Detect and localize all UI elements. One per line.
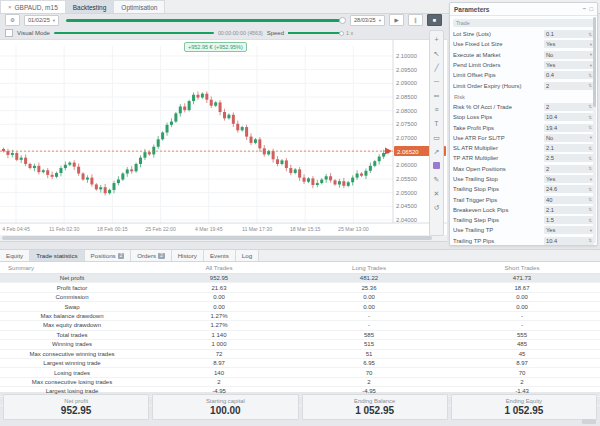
param-select[interactable]: Yes▾ — [544, 40, 594, 48]
table-cell: Largest winning trade — [0, 360, 144, 366]
param-select[interactable]: Yes▾ — [544, 175, 594, 183]
minimize-icon[interactable]: − — [583, 6, 587, 12]
scrollbar-thumb[interactable] — [2, 236, 432, 240]
arrow-icon[interactable]: ↗ — [430, 145, 443, 158]
candle — [139, 158, 142, 164]
param-select[interactable]: No▾ — [544, 51, 594, 59]
param-stepper[interactable]: 2⇅ — [544, 165, 594, 173]
speed-slider[interactable] — [288, 32, 342, 34]
slider-knob[interactable] — [339, 17, 346, 24]
tab-chart-gbpaud-m15[interactable]: × GBPAUD, m15 — [0, 0, 66, 13]
param-stepper[interactable]: 24.6⇅ — [544, 185, 594, 193]
resize-grip[interactable] — [582, 419, 596, 424]
chevron-down-icon[interactable]: ▾ — [590, 177, 592, 182]
tab-optimisation[interactable]: Optimisation — [114, 0, 165, 13]
end-date-picker[interactable]: 28/03/25 ▾ — [350, 15, 385, 26]
stepper-arrows-icon[interactable]: ⇅ — [588, 115, 592, 120]
stepper-arrows-icon[interactable]: ⇅ — [588, 166, 592, 171]
close-icon[interactable]: × — [8, 4, 12, 10]
param-stepper[interactable]: 2.1⇅ — [544, 144, 594, 152]
results-tab-positions[interactable]: Positions2 — [85, 250, 132, 261]
candle — [42, 170, 45, 172]
stepper-arrows-icon[interactable]: ⇅ — [588, 125, 592, 130]
candle — [135, 164, 138, 171]
param-stepper[interactable]: 10.4⇅ — [544, 237, 594, 245]
fibonacci-icon[interactable]: ≡ — [430, 103, 443, 116]
results-tab-orders[interactable]: Orders2 — [131, 250, 171, 261]
visual-mode-checkbox[interactable] — [5, 29, 13, 37]
param-stepper[interactable]: 40⇅ — [544, 196, 594, 204]
horizontal-line-icon[interactable]: ─ — [430, 75, 443, 88]
chevron-down-icon[interactable]: ▾ — [590, 52, 592, 57]
delete-icon[interactable]: ✕ — [430, 187, 443, 200]
crosshair-icon[interactable]: + — [430, 33, 443, 46]
param-stepper[interactable]: 1.5⇅ — [544, 216, 594, 224]
param-stepper[interactable]: 19.4⇅ — [544, 124, 594, 132]
chevron-down-icon[interactable]: ▾ — [590, 42, 592, 47]
param-stepper[interactable]: 10.4⇅ — [544, 113, 594, 121]
stepper-arrows-icon[interactable]: ⇅ — [588, 238, 592, 243]
candle — [117, 180, 120, 184]
color-swatch[interactable] — [430, 159, 443, 172]
speed-value: 1 x — [346, 30, 353, 36]
pause-button[interactable]: ∥ — [408, 14, 423, 26]
stepper-arrows-icon[interactable]: ⇅ — [588, 197, 592, 202]
param-stepper[interactable]: 2⇅ — [544, 82, 594, 90]
stop-button[interactable]: ■ — [427, 14, 442, 26]
param-select[interactable]: Yes▾ — [544, 226, 594, 234]
popout-icon[interactable]: □ — [589, 6, 593, 12]
param-select[interactable]: Yes▾ — [544, 61, 594, 69]
stepper-arrows-icon[interactable]: ⇅ — [588, 146, 592, 151]
stepper-arrows-icon[interactable]: ⇅ — [588, 218, 592, 223]
param-label: Trailing Stop Pips — [453, 186, 544, 192]
param-value: 40 — [546, 197, 552, 203]
trendline-icon[interactable]: ╱ — [430, 61, 443, 74]
chevron-down-icon[interactable]: ▾ — [590, 63, 592, 68]
param-value: 2 — [546, 166, 549, 172]
chart-canvas[interactable]: 2.100002.095002.090002.085002.080002.075… — [0, 40, 447, 235]
backtest-settings-button[interactable]: ⚙ — [5, 14, 20, 26]
table-cell: 51 — [294, 351, 444, 357]
table-cell: 952.95 — [144, 275, 294, 281]
param-stepper[interactable]: 2.1⇅ — [544, 206, 594, 214]
chevron-down-icon[interactable]: ▾ — [590, 135, 592, 140]
results-tab-equity[interactable]: Equity — [0, 250, 30, 261]
rectangle-icon[interactable]: ▭ — [430, 131, 443, 144]
param-stepper[interactable]: 0.1⇅ — [544, 30, 594, 38]
param-stepper[interactable]: 0.4⇅ — [544, 71, 594, 79]
results-tab-trade-statistics[interactable]: Trade statistics — [30, 250, 84, 261]
play-button[interactable]: ▶ — [389, 14, 404, 26]
candle — [223, 112, 226, 118]
tab-backtesting[interactable]: Backtesting — [66, 0, 115, 13]
chevron-down-icon[interactable]: ▾ — [590, 228, 592, 233]
stepper-arrows-icon[interactable]: ⇅ — [588, 83, 592, 88]
speed-knob[interactable] — [339, 31, 344, 36]
stepper-arrows-icon[interactable]: ⇅ — [588, 32, 592, 37]
undo-icon[interactable]: ↺ — [430, 201, 443, 214]
candlestick-chart[interactable]: 2.100002.095002.090002.085002.080002.075… — [0, 39, 447, 242]
start-date-picker[interactable]: 01/02/25 ▾ — [24, 15, 59, 26]
chart-horizontal-scrollbar[interactable] — [0, 235, 447, 241]
stepper-arrows-icon[interactable]: ⇅ — [588, 187, 592, 192]
param-select[interactable]: No▾ — [544, 134, 594, 142]
results-tab-log[interactable]: Log — [236, 250, 259, 261]
stepper-arrows-icon[interactable]: ⇅ — [588, 104, 592, 109]
results-tab-history[interactable]: History — [172, 250, 204, 261]
scrollbar-thumb[interactable] — [593, 17, 596, 107]
param-stepper[interactable]: 2⇅ — [544, 103, 594, 111]
param-label: Stop Loss Pips — [453, 114, 544, 120]
channel-icon[interactable]: ═ — [430, 89, 443, 102]
playback-progress-line[interactable] — [54, 32, 214, 34]
param-stepper[interactable]: 2.5⇅ — [544, 154, 594, 162]
tab-label: Positions — [91, 252, 116, 259]
text-tool-icon[interactable]: T — [430, 117, 443, 130]
backtest-progress-slider[interactable] — [66, 19, 343, 22]
results-tab-events[interactable]: Events — [204, 250, 236, 261]
parameters-scrollbar[interactable] — [593, 17, 596, 243]
cursor-icon[interactable]: ↖ — [430, 47, 443, 60]
stepper-arrows-icon[interactable]: ⇅ — [588, 207, 592, 212]
stepper-arrows-icon[interactable]: ⇅ — [588, 73, 592, 78]
card-value: 1 052.95 — [303, 405, 447, 416]
pencil-icon[interactable]: ✎ — [430, 173, 443, 186]
stepper-arrows-icon[interactable]: ⇅ — [588, 156, 592, 161]
